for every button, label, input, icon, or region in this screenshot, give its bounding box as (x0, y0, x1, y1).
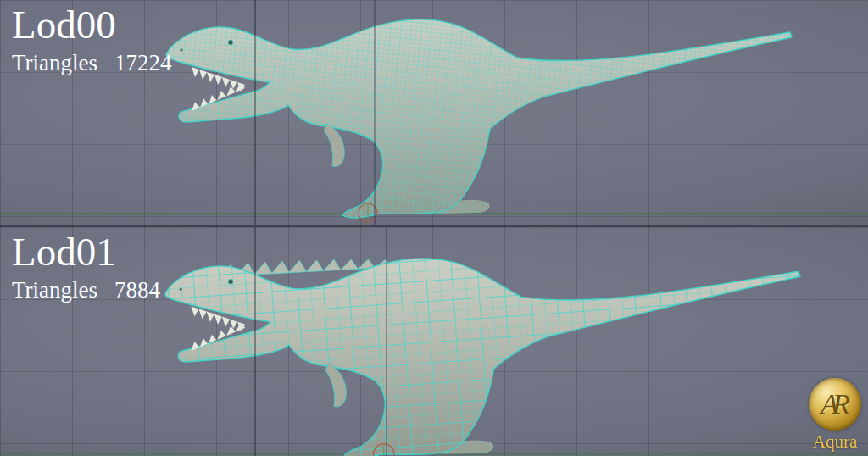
lod01-label-block: Lod01 Triangles 7884 (12, 231, 160, 303)
trex-eye (228, 279, 233, 284)
lod00-label-block: Lod00 Triangles 17224 (12, 3, 172, 76)
triangles-label: Triangles (12, 277, 97, 303)
trex-eye (228, 40, 233, 45)
aqura-brand-name: Aqura (813, 431, 857, 453)
aqura-logo-mark-icon: AR (809, 378, 861, 431)
lod00-viewport-panel: Lod00 Triangles 17224 (0, 0, 868, 225)
trex-nostril (180, 48, 182, 51)
triangles-label: Triangles (12, 50, 97, 76)
aqura-logo: AR Aqura (809, 378, 861, 453)
trex-nostril (180, 288, 182, 291)
aqura-monogram: AR (821, 388, 849, 420)
triangles-line: Triangles 17224 (12, 50, 172, 76)
lod-title: Lod00 (12, 3, 172, 47)
lod-title: Lod01 (12, 231, 160, 274)
triangles-value: 7884 (114, 277, 160, 303)
lod01-viewport-panel: Lod01 Triangles 7884 (0, 225, 868, 456)
triangles-value: 17224 (114, 50, 172, 76)
triangles-line: Triangles 7884 (12, 277, 160, 303)
